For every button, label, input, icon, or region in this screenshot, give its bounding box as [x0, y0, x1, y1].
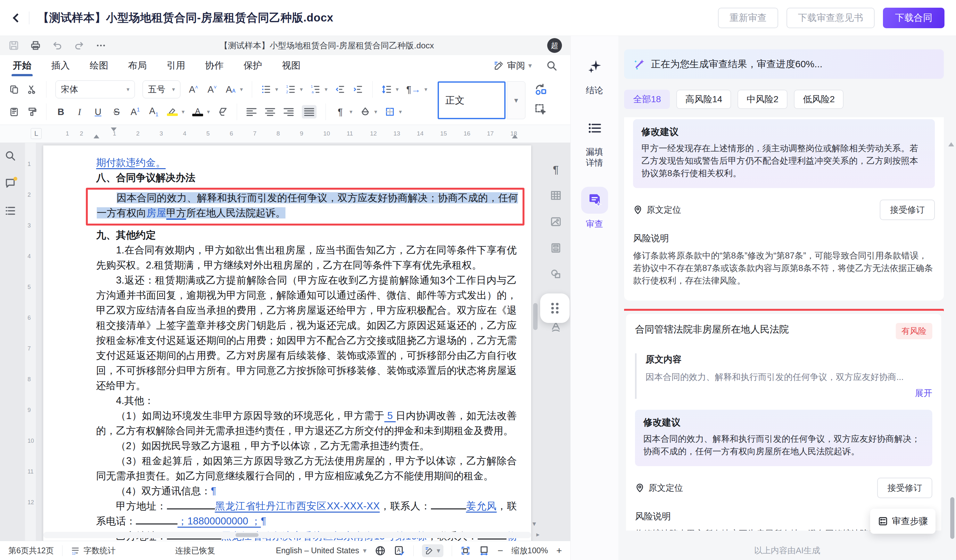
bullet-list-icon[interactable]	[261, 84, 271, 94]
table-icon[interactable]	[550, 190, 561, 201]
superscript-button[interactable]: A1	[130, 107, 141, 117]
comments-icon[interactable]	[5, 178, 16, 189]
bold-button[interactable]: B	[55, 107, 66, 117]
panel-scrollbar[interactable]	[950, 497, 954, 539]
italic-button[interactable]: I	[74, 107, 85, 117]
sidebar-item-review[interactable]: 审查	[581, 187, 608, 230]
align-center-button[interactable]	[265, 107, 275, 116]
align-right-button[interactable]	[283, 107, 294, 116]
redo-icon[interactable]	[74, 40, 85, 51]
language-select[interactable]: English – United States▾	[276, 546, 366, 555]
strikethrough-button[interactable]: S	[111, 107, 122, 117]
highlight-color-button[interactable]	[167, 108, 178, 116]
align-left-button[interactable]	[246, 107, 257, 116]
expand-link[interactable]: 展开	[646, 387, 932, 399]
doc-heading[interactable]: 九、其他约定	[96, 228, 517, 242]
doc-heading[interactable]: 八、合同争议解决办法	[96, 170, 517, 185]
replace-icon[interactable]	[535, 83, 547, 96]
spellcheck-icon[interactable]: A	[394, 545, 405, 556]
zoom-out-button[interactable]: −	[498, 545, 503, 556]
track-changes-toggle[interactable]: ▾	[422, 544, 443, 557]
subscript-button[interactable]: A1	[148, 106, 159, 118]
paste-icon[interactable]	[9, 107, 19, 117]
multilevel-list-icon[interactable]: 1a	[310, 84, 321, 94]
download-report-button[interactable]: 下载审查意见书	[786, 8, 874, 28]
doc-paragraph[interactable]: （4）双方通讯信息：¶	[96, 483, 517, 499]
accept-revision-button[interactable]: 接受修订	[880, 200, 935, 220]
doc-paragraph[interactable]: 甲方地址：黑龙江省牡丹江市西安区XX-XXX-XX，联系人：姜允风，联系电话：；…	[96, 499, 517, 529]
fit-width-icon[interactable]	[479, 546, 489, 556]
save-icon[interactable]	[8, 40, 19, 51]
font-family-select[interactable]: 宋体▾	[55, 80, 135, 98]
print-icon[interactable]	[30, 40, 41, 51]
shapes-icon[interactable]	[550, 269, 561, 280]
tab-7[interactable]: 视图	[282, 55, 300, 77]
doc-paragraph[interactable]: 1.在合同有效期内，甲方如欲出售出租房屋，应当书面告知乙方，乙方在同等条件下享有…	[96, 242, 517, 273]
text-direction-icon[interactable]: ¶→	[406, 84, 421, 95]
font-color-button[interactable]: A	[192, 107, 203, 116]
vertical-scrollbar[interactable]	[533, 303, 538, 330]
risk-filter-3[interactable]: 低风险2	[794, 90, 844, 109]
select-tool-icon[interactable]	[535, 103, 547, 116]
risk-filter-1[interactable]: 高风险14	[676, 90, 731, 109]
doc-paragraph[interactable]: 期付款违约金。	[96, 155, 517, 170]
panel-scroll-up-icon[interactable]	[948, 142, 954, 146]
change-case-icon[interactable]: Aᴀ	[225, 84, 236, 95]
outline-icon[interactable]	[5, 205, 16, 217]
scroll-down-icon[interactable]: ▾	[533, 520, 536, 528]
paragraph-style-select[interactable]: 正文	[438, 81, 506, 119]
download-contract-button[interactable]: 下载合同	[883, 8, 945, 28]
paragraph-icon[interactable]: ¶	[550, 164, 561, 175]
risk-filter-2[interactable]: 中风险2	[737, 90, 788, 109]
doc-paragraph[interactable]: （2）如因扰民导致乙方退租，甲方予以体谅，乙方无需承担违约责任。	[96, 438, 517, 453]
decrease-font-icon[interactable]: A˅	[207, 84, 217, 95]
tab-2[interactable]: 绘图	[90, 55, 108, 77]
doc-paragraph[interactable]: （3）租金起算后，如因第三方原因导致乙方无法使用房屋的，甲方予以体谅，乙方解除合…	[96, 453, 517, 483]
find-icon[interactable]	[5, 150, 16, 162]
tab-6[interactable]: 保护	[244, 55, 262, 77]
back-icon[interactable]	[13, 13, 22, 22]
align-justify-button[interactable]	[302, 105, 316, 118]
style-gallery-chevron[interactable]: ▾	[507, 81, 525, 119]
more-icon[interactable]	[96, 40, 106, 51]
document-text[interactable]: 期付款违约金。八、合同争议解决办法因本合同的效力、解释和执行而引发的任何争议，双…	[43, 145, 531, 541]
decrease-indent-icon[interactable]	[335, 84, 345, 94]
horizontal-ruler[interactable]: L 12123456789101112131415161718	[0, 125, 570, 143]
zoom-in-button[interactable]: +	[556, 545, 562, 556]
horizontal-scrollbar[interactable]	[43, 532, 531, 538]
search-icon[interactable]	[546, 60, 557, 71]
reanalyze-button[interactable]: 重新审查	[718, 8, 778, 28]
format-painter-icon[interactable]	[27, 107, 37, 117]
cut-icon[interactable]	[27, 84, 37, 94]
review-steps-button[interactable]: 审查步骤	[870, 509, 936, 534]
image-icon[interactable]	[550, 216, 561, 228]
scroll-right-icon[interactable]: ▸	[536, 530, 539, 538]
tab-1[interactable]: 插入	[51, 55, 70, 77]
review-card-previous[interactable]: 修改建议 甲方一经发现存在上述情形的，须主动调整岗位或解除相关劳动关系。若乙方发…	[624, 117, 944, 300]
drag-grip-handle[interactable]	[540, 293, 570, 323]
accept-revision-button[interactable]: 接受修订	[877, 478, 932, 498]
tab-4[interactable]: 引用	[167, 55, 185, 77]
increase-indent-icon[interactable]	[353, 84, 363, 94]
fullscreen-icon[interactable]	[461, 546, 471, 556]
translate-globe-icon[interactable]	[375, 545, 386, 556]
tab-3[interactable]: 布局	[128, 55, 147, 77]
risk-filter-0[interactable]: 全部18	[624, 90, 670, 109]
word-count-button[interactable]: 12 字数统计	[71, 545, 116, 556]
line-spacing-icon[interactable]	[382, 84, 392, 94]
tab-selector[interactable]: L	[31, 128, 42, 139]
undo-icon[interactable]	[52, 40, 63, 51]
increase-font-icon[interactable]: A˄	[188, 84, 199, 95]
font-size-select[interactable]: 五号▾	[143, 80, 180, 98]
right-indent-marker[interactable]	[512, 135, 518, 138]
locate-original-button[interactable]: 原文定位	[633, 204, 681, 216]
locate-original-button[interactable]: 原文定位	[635, 482, 683, 494]
border-icon[interactable]	[385, 107, 395, 117]
clear-format-icon[interactable]	[217, 107, 228, 117]
card-icon[interactable]	[550, 242, 561, 254]
review-mode-button[interactable]: 审阅 ▾	[494, 60, 532, 72]
doc-paragraph[interactable]: 因本合同的效力、解释和执行而引发的任何争议，双方应友好协商解决；协商不成的，任何…	[97, 190, 518, 220]
doc-paragraph[interactable]: 4.其他：	[96, 393, 517, 408]
underline-button[interactable]: U	[93, 107, 104, 117]
numbered-list-icon[interactable]: 12	[286, 84, 296, 94]
